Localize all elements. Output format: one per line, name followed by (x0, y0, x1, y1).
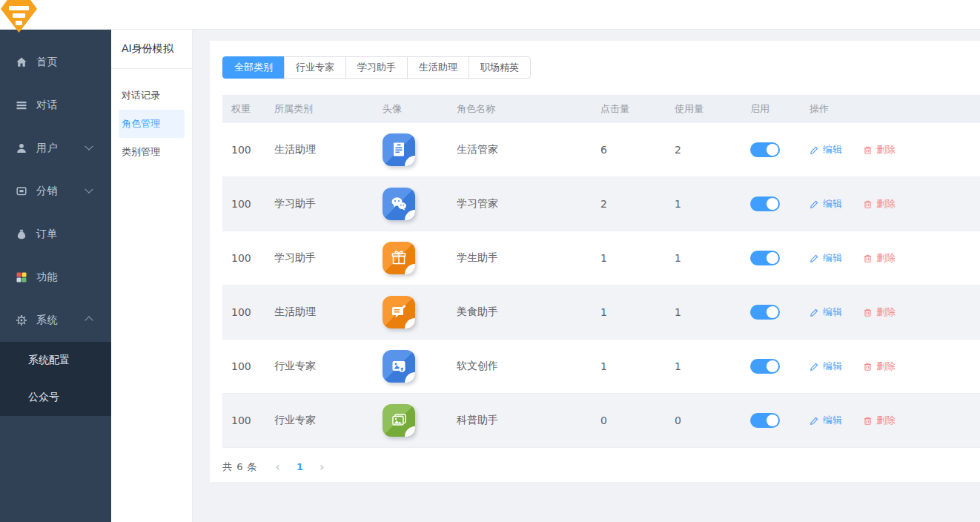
topbar (0, 0, 980, 30)
actions-cell: 编辑 删除 (801, 123, 980, 176)
table-header: 权重所属类别头像角色名称点击量使用量启用操作 (222, 95, 980, 123)
sidebar-item-system[interactable]: 系统 (0, 299, 111, 342)
chat-icon (15, 185, 27, 198)
edit-button[interactable]: 编辑 (810, 305, 842, 319)
moneybag-icon (15, 228, 27, 241)
actions-cell: 编辑 删除 (801, 394, 980, 447)
pagination-next-button[interactable]: › (312, 460, 331, 474)
chevron-down-icon (85, 185, 93, 194)
enable-toggle[interactable] (750, 305, 780, 320)
usage-cell: 0 (666, 394, 741, 447)
delete-button[interactable]: 删除 (863, 197, 895, 211)
tab-生活助理[interactable]: 生活助理 (407, 56, 469, 79)
sidebar-item-users[interactable]: 用户 (0, 127, 111, 170)
sidebar-item-chat[interactable]: 对话 (0, 84, 111, 127)
edit-label: 编辑 (823, 143, 842, 156)
tab-行业专家[interactable]: 行业专家 (284, 56, 346, 79)
avatar-cell (374, 285, 448, 339)
pencil-icon (810, 254, 819, 263)
clicks-cell: 1 (592, 340, 666, 393)
chatedit-avatar (383, 296, 415, 328)
tab-职场精英[interactable]: 职场精英 (469, 56, 531, 79)
menu-item-类别管理[interactable]: 类别管理 (119, 138, 185, 166)
gift-avatar (383, 242, 415, 274)
clicks-cell: 1 (592, 231, 666, 285)
clicks-cell: 2 (592, 177, 666, 231)
delete-button[interactable]: 删除 (863, 251, 895, 265)
role-name-cell: 生活管家 (448, 123, 592, 176)
table-row: 100 生活助理 美食助手 1 1 编辑 删除 (222, 285, 980, 340)
sidebar-item-home[interactable]: 首页 (0, 41, 111, 84)
pagination-prev-button[interactable]: ‹ (268, 460, 288, 474)
edit-button[interactable]: 编辑 (810, 143, 842, 156)
enable-cell (741, 394, 801, 447)
actions-cell: 编辑 删除 (801, 340, 980, 393)
category-tabs: 全部类别行业专家学习助手生活助理职场精英 (222, 56, 980, 79)
delete-label: 删除 (876, 197, 895, 211)
trash-icon (863, 254, 873, 263)
weight-cell: 100 (222, 123, 265, 176)
pencil-icon (810, 145, 819, 155)
column-header-启用: 启用 (741, 95, 801, 123)
sidebar-subitem-公众号[interactable]: 公众号 (0, 379, 111, 416)
user-icon (15, 142, 27, 155)
pagination-page-1[interactable]: 1 (288, 461, 312, 472)
tab-全部类别[interactable]: 全部类别 (222, 56, 285, 79)
sidebar-item-features[interactable]: 功能 (0, 256, 111, 299)
home-icon (15, 56, 27, 69)
sidebar-subitem-系统配置[interactable]: 系统配置 (0, 342, 111, 379)
column-header-点击量: 点击量 (592, 95, 666, 123)
table-row: 100 学习助手 学生助手 1 1 编辑 删除 (222, 231, 980, 285)
enable-toggle[interactable] (750, 413, 780, 428)
role-name-cell: 学生助手 (448, 231, 592, 285)
tab-学习助手[interactable]: 学习助手 (345, 56, 408, 79)
edit-button[interactable]: 编辑 (810, 197, 842, 211)
delete-button[interactable]: 删除 (863, 143, 895, 156)
role-name-cell: 美食助手 (448, 285, 592, 339)
delete-button[interactable]: 删除 (863, 360, 895, 373)
enable-toggle[interactable] (750, 196, 780, 211)
table-row: 100 学习助手 学习管家 2 1 编辑 删除 (222, 177, 980, 231)
enable-cell (741, 340, 801, 393)
menu-item-角色管理[interactable]: 角色管理 (119, 110, 185, 138)
trash-icon (863, 416, 873, 426)
usage-cell: 2 (666, 123, 741, 176)
delete-label: 删除 (876, 305, 895, 319)
avatar-cell (374, 394, 448, 447)
module-title: AI身份模拟 (111, 30, 192, 69)
pencil-icon (810, 308, 819, 317)
delete-label: 删除 (876, 251, 895, 265)
enable-toggle[interactable] (750, 251, 780, 265)
edit-button[interactable]: 编辑 (810, 414, 842, 427)
category-cell: 学习助手 (265, 177, 374, 231)
menu-item-对话记录[interactable]: 对话记录 (119, 82, 185, 110)
enable-toggle[interactable] (750, 359, 780, 374)
usage-cell: 1 (666, 231, 741, 285)
edit-label: 编辑 (823, 305, 842, 319)
chevron-down-icon (85, 142, 93, 151)
avatar-cell (374, 231, 448, 285)
weight-cell: 100 (222, 285, 265, 339)
delete-button[interactable]: 删除 (863, 305, 895, 319)
sidebar-item-label: 首页 (36, 56, 58, 69)
enable-cell (741, 177, 801, 231)
edit-label: 编辑 (823, 197, 842, 211)
wechat-avatar (383, 188, 415, 220)
avatar-cell (374, 340, 448, 393)
logo-bar (9, 6, 29, 10)
edit-button[interactable]: 编辑 (810, 360, 842, 373)
sidebar-item-orders[interactable]: 订单 (0, 213, 111, 256)
clicks-cell: 1 (592, 285, 666, 339)
sidebar-item-label: 订单 (36, 228, 58, 241)
sidebar-item-distribution[interactable]: 分销 (0, 170, 111, 213)
column-header-操作: 操作 (801, 95, 980, 123)
enable-cell (741, 231, 801, 285)
delete-button[interactable]: 删除 (863, 414, 895, 427)
pagination-total: 共 6 条 (222, 460, 258, 474)
sidebar-item-label: 分销 (36, 185, 58, 198)
pagination: 共 6 条 ‹ 1 › (222, 460, 980, 474)
edit-label: 编辑 (823, 360, 842, 373)
photos-avatar (383, 404, 415, 437)
enable-toggle[interactable] (750, 142, 780, 157)
edit-button[interactable]: 编辑 (810, 251, 842, 265)
